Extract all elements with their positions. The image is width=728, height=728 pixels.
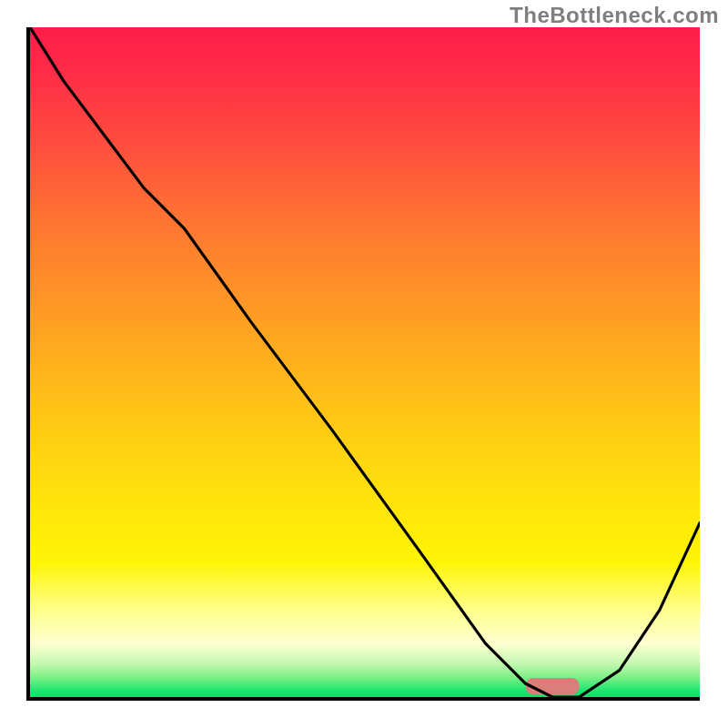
attribution-text: TheBottleneck.com: [510, 3, 719, 28]
chart-container: TheBottleneck.com: [0, 0, 728, 728]
curve-layer: [30, 27, 700, 697]
plot-area: [26, 27, 700, 701]
bottleneck-curve: [30, 27, 700, 697]
